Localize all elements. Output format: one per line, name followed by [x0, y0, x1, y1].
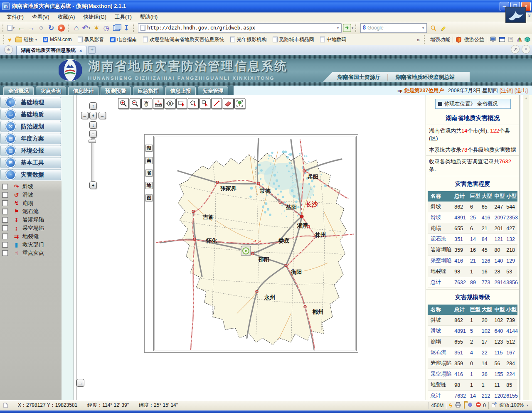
go-button[interactable] [343, 24, 351, 32]
nav-tab-6[interactable]: 安全管理 [198, 86, 228, 95]
sidebar-section-0[interactable]: »基础地理 [0, 97, 61, 108]
bookmark-item-2[interactable]: 暴风影音 [75, 36, 107, 43]
menu-item-0[interactable]: 文件(F) [2, 12, 28, 22]
menu-item-4[interactable]: 工具(T) [111, 12, 136, 22]
tabs-manager-button[interactable] [111, 23, 121, 33]
zoom-slider-handle[interactable] [89, 140, 96, 143]
bookmark-item-5[interactable]: 光年摄影机构 [227, 36, 270, 43]
google-engine-icon[interactable]: 8 [363, 25, 366, 31]
logout-link[interactable]: [注销] [500, 87, 513, 94]
bookmark-item-7[interactable]: 中地数码 [317, 36, 350, 43]
layer-checkbox[interactable] [2, 217, 8, 223]
refresh-button[interactable]: ↻ [46, 23, 56, 33]
search-input[interactable]: Google [367, 25, 420, 31]
map-tool-select-polygon[interactable] [188, 98, 199, 109]
boost-icon[interactable]: ϟ [449, 402, 452, 409]
history-button[interactable]: ◷ [101, 23, 111, 33]
pan-north-button[interactable]: ↑ [89, 102, 97, 110]
map-tool-select-circle[interactable] [200, 98, 210, 109]
menu-item-3[interactable]: 快捷组(G) [79, 12, 111, 22]
computer-icon[interactable] [490, 37, 496, 42]
sidebar-section-1[interactable]: ▭基础地质 [0, 109, 61, 120]
map-tool-full-extent[interactable] [234, 98, 245, 109]
settings-wrench-button[interactable] [511, 45, 520, 54]
nav-tab-3[interactable]: 预测预警 [101, 86, 131, 95]
nav-tab-5[interactable]: 信息上报 [165, 86, 196, 95]
close-panel-button[interactable]: × [522, 45, 530, 54]
layer-checkbox[interactable] [2, 209, 8, 214]
layer-checkbox[interactable] [2, 250, 8, 256]
pan-east-button[interactable]: → [99, 112, 106, 119]
plus-features-link[interactable]: 增强功能 [430, 36, 450, 43]
map-tool-select-rect[interactable] [176, 98, 187, 109]
magic-fill-button[interactable]: ✶ [91, 23, 101, 33]
zoom-slider-track[interactable] [91, 138, 95, 182]
search-box[interactable]: 8 Google ▾ [360, 23, 427, 33]
map-tool-pan[interactable] [141, 98, 152, 109]
sidebar-section-3[interactable]: ▤年度方案 [0, 133, 61, 144]
map-tool-measure[interactable]: ? [153, 98, 164, 109]
layer-checkbox[interactable] [2, 184, 8, 189]
home-button[interactable]: ⌂ [71, 23, 81, 33]
cube-icon[interactable] [525, 37, 530, 42]
go-dropdown-icon[interactable]: ▾ [352, 26, 353, 30]
search-dropdown-icon[interactable]: ▾ [422, 26, 424, 30]
back-button[interactable]: ← [16, 23, 26, 33]
pens-icon[interactable] [516, 37, 522, 42]
address-bar[interactable]: http://dzzh.hndh.gov.cn/gridweb.aspx ▾ [138, 23, 342, 33]
toolbar-handle[interactable] [2, 24, 5, 32]
pan-west-button[interactable]: ← [81, 112, 89, 119]
menu-item-5[interactable]: 帮助(H) [136, 12, 162, 22]
window-icon[interactable] [499, 37, 505, 42]
printer-icon[interactable] [455, 402, 461, 409]
bookmarks-handle[interactable] [3, 35, 5, 44]
collapse-sidebar-button[interactable]: → [76, 379, 84, 387]
bookmark-item-3[interactable]: M电台指南 [107, 36, 140, 43]
locate-button[interactable] [241, 246, 251, 256]
highlight-button[interactable] [438, 23, 448, 33]
menu-item-1[interactable]: 查看(V) [28, 12, 54, 22]
zoom-out-slider-button[interactable]: − [89, 130, 97, 138]
search-button[interactable] [428, 23, 438, 33]
sidebar-section-6[interactable]: ◔灾害数据 [0, 169, 61, 180]
new-page-button[interactable]: ▾ [6, 23, 16, 33]
forward-button[interactable]: → [26, 23, 36, 33]
map-tool-scale[interactable]: S [165, 98, 175, 109]
bookmark-item-1[interactable]: MMSN.com [40, 37, 75, 42]
layer-checkbox[interactable] [2, 234, 8, 239]
ad-block-icon[interactable] [475, 402, 481, 409]
sidebar-section-4[interactable]: ▥环境公报 [0, 145, 61, 156]
sidebar-section-2[interactable]: ⚒防治规划 [0, 121, 61, 132]
url-dropdown-icon[interactable]: ▾ [337, 26, 339, 30]
tab-close-icon[interactable]: × [79, 48, 82, 53]
menu-item-2[interactable]: 收藏(A) [54, 12, 79, 22]
favorites-heart-icon[interactable]: ♥ [8, 36, 12, 43]
new-tab-button[interactable]: ＋ [88, 46, 96, 54]
nav-tab-2[interactable]: 信息统计 [68, 86, 99, 95]
sidebar-section-5[interactable]: ⊞基本工具 [0, 157, 61, 168]
active-tab[interactable]: 湖南省地质灾害信息系统 × [16, 46, 86, 55]
map-tool-eraser[interactable] [223, 98, 234, 109]
bookmarks-overflow-button[interactable]: » [417, 37, 420, 43]
maxthon-logo[interactable] [505, 7, 526, 23]
url-input[interactable]: http://dzzh.hndh.gov.cn/gridweb.aspx [147, 25, 335, 31]
nav-tab-0[interactable]: 全省概况 [3, 86, 34, 95]
scroll-up-icon[interactable]: ▲ [523, 95, 529, 101]
eraser-diamond-icon[interactable] [467, 402, 473, 409]
maxthon-charity-link[interactable]: 傲游公益 [464, 36, 484, 43]
page-scrollbar[interactable]: ▲ [523, 95, 529, 400]
history-dropdown-button[interactable]: ⊙ [36, 23, 46, 33]
layer-checkbox[interactable] [2, 200, 8, 206]
bookmark-item-6[interactable]: 觅路城市精品网 [270, 36, 317, 43]
zoom-dropdown-icon[interactable]: ▾ [527, 403, 528, 407]
map-tool-draw-line[interactable] [211, 98, 222, 109]
bookmark-item-0[interactable]: 链接▾ [12, 36, 40, 43]
banner-link-1[interactable]: 湖南省地质环境监测总站 [396, 74, 455, 81]
layer-checkbox[interactable] [2, 242, 8, 248]
notepad-icon[interactable] [508, 37, 514, 42]
download-button[interactable]: ↧ [121, 23, 131, 33]
shield-icon[interactable] [456, 37, 462, 43]
map-tool-zoom-in[interactable] [118, 98, 129, 109]
pan-south-button[interactable]: ↓ [89, 121, 97, 129]
exit-link[interactable]: [退出] [515, 87, 528, 94]
